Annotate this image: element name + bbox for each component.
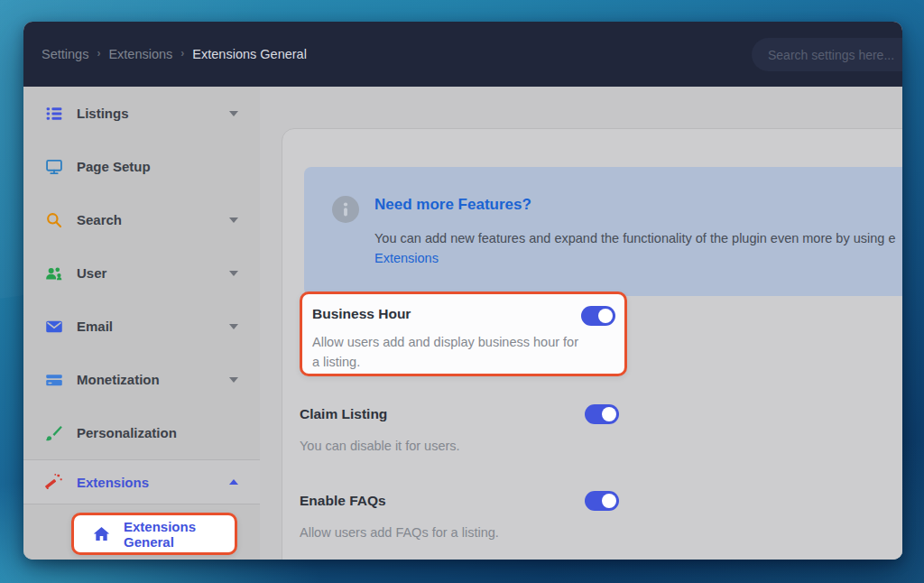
chevron-down-icon	[229, 377, 238, 383]
claim-listing-toggle[interactable]	[585, 404, 619, 424]
setting-description: Allow users add and display business hou…	[312, 332, 583, 372]
sidebar-item-monetization[interactable]: Monetization	[23, 353, 260, 406]
breadcrumb: Settings › Extensions › Extensions Gener…	[42, 22, 307, 87]
extensions-submenu: Extensions General	[23, 504, 260, 560]
setting-label-enable-faqs: Enable FAQs	[300, 493, 386, 509]
desktop-wallpaper: Settings › Extensions › Extensions Gener…	[0, 0, 924, 583]
banner-body-text: You can add new features and expand the …	[374, 231, 895, 245]
settings-window: Settings › Extensions › Extensions Gener…	[23, 22, 902, 560]
chevron-down-icon	[229, 324, 238, 329]
paintbrush-icon	[45, 424, 63, 442]
sidebar-item-extensions[interactable]: Extensions	[23, 459, 260, 504]
monitor-icon	[45, 158, 63, 176]
info-icon	[332, 196, 359, 223]
sidebar-item-page-setup[interactable]: Page Setup	[23, 140, 260, 193]
sidebar-item-search[interactable]: Search	[23, 193, 260, 246]
banner-title: Need more Features?	[374, 196, 531, 214]
chevron-up-icon	[229, 479, 238, 485]
business-hour-toggle[interactable]	[581, 306, 615, 326]
sidebar-item-personalization[interactable]: Personalization	[23, 406, 260, 459]
sidebar-item-email[interactable]: Email	[23, 300, 260, 353]
breadcrumb-separator-icon: ›	[97, 47, 100, 60]
setting-label-business-hour: Business Hour	[312, 306, 411, 322]
setting-row-claim-listing: Claim Listing You can disable it for use…	[300, 404, 619, 456]
sidebar-item-label: Monetization	[77, 372, 160, 387]
sidebar-item-label: Email	[77, 319, 113, 334]
chevron-down-icon	[229, 217, 238, 223]
info-banner: Need more Features? You can add new feat…	[304, 167, 902, 296]
search-icon	[45, 211, 63, 229]
breadcrumb-extensions[interactable]: Extensions	[108, 47, 172, 61]
home-icon	[93, 525, 110, 542]
banner-extensions-link[interactable]: Extensions	[374, 251, 439, 265]
sidebar-item-label: User	[77, 265, 106, 281]
sidebar-item-listings[interactable]: Listings	[23, 87, 260, 140]
chevron-down-icon	[229, 111, 238, 116]
sidebar-item-label: Extensions	[77, 475, 149, 490]
sidebar-item-label: Listings	[77, 106, 129, 121]
sidebar-item-extensions-general[interactable]: Extensions General	[71, 513, 237, 555]
email-icon	[45, 318, 63, 336]
breadcrumb-separator-icon: ›	[180, 47, 184, 60]
users-icon	[45, 264, 63, 282]
submenu-item-label: Extensions General	[124, 519, 235, 550]
settings-search-input[interactable]	[752, 38, 902, 71]
setting-description: You can disable it for users.	[300, 436, 619, 456]
annotation-highlight-business-hour: Business Hour Allow users add and displa…	[300, 292, 627, 376]
settings-sidebar: Listings Page Setup Search	[23, 87, 260, 560]
setting-row-enable-faqs: Enable FAQs Allow users add FAQs for a l…	[300, 491, 619, 542]
setting-label-claim-listing: Claim Listing	[300, 406, 387, 422]
enable-faqs-toggle[interactable]	[585, 491, 619, 511]
breadcrumb-current: Extensions General	[192, 47, 307, 61]
credit-card-icon	[45, 371, 63, 389]
chevron-down-icon	[229, 271, 238, 276]
setting-description: Allow users add FAQs for a listing.	[300, 523, 619, 542]
sidebar-item-label: Personalization	[77, 425, 177, 440]
sidebar-item-user[interactable]: User	[23, 246, 260, 300]
sidebar-item-label: Page Setup	[77, 159, 151, 174]
sidebar-item-label: Search	[77, 212, 122, 227]
list-icon	[45, 105, 63, 123]
top-header-bar: Settings › Extensions › Extensions Gener…	[23, 22, 902, 87]
settings-content: Need more Features? You can add new feat…	[260, 87, 902, 560]
breadcrumb-settings[interactable]: Settings	[42, 47, 88, 61]
magic-wand-icon	[45, 473, 63, 491]
